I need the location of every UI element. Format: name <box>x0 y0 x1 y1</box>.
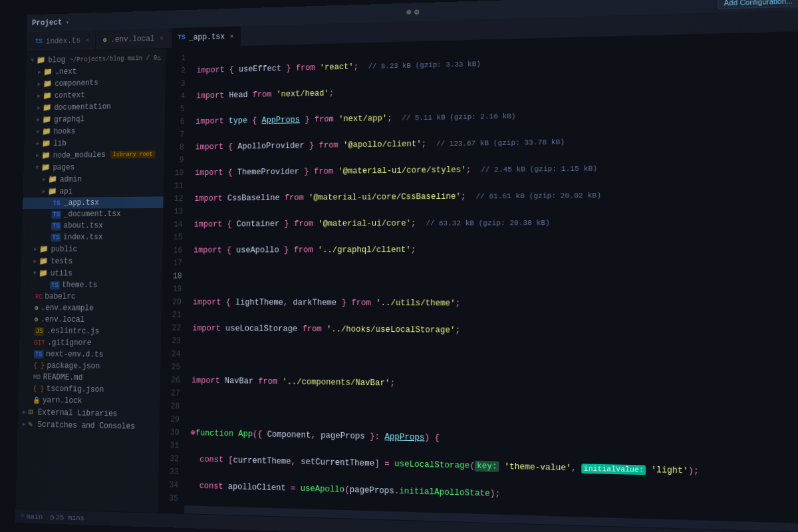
folder-icon: 📁 <box>41 151 51 160</box>
line-number-active: 18 <box>162 270 182 283</box>
sidebar-item-about-tsx[interactable]: TS about.tsx <box>22 219 163 231</box>
sidebar-item-index-tsx[interactable]: TS index.tsx <box>22 231 163 243</box>
sidebar-item-label: theme.ts <box>62 281 97 290</box>
search-icon[interactable]: ⊕ <box>406 7 412 17</box>
tsx-file-icon: TS <box>52 199 62 207</box>
typescript-icon: TS <box>35 38 43 45</box>
folder-icon: 📁 <box>49 175 58 184</box>
editor-area: 1 2 3 4 5 6 7 8 9 10 11 12 13 14 15 16 1… <box>158 32 798 532</box>
tsx-file-icon: TS <box>51 221 61 229</box>
sidebar-item-api[interactable]: ▶ 📁 api <box>23 184 164 198</box>
tsx-icon: TS <box>178 34 185 41</box>
folder-icon: 📁 <box>43 103 52 112</box>
sidebar-item-label: context <box>55 90 85 100</box>
chevron-icon: ▶ <box>23 421 26 428</box>
sidebar-item-tests[interactable]: ▶ 📁 tests <box>21 255 162 267</box>
line-number: 30 <box>159 426 180 439</box>
line-number: 22 <box>161 322 181 335</box>
sidebar-item-label: .gitignore <box>47 338 91 348</box>
sidebar-item-label: hooks <box>54 126 76 136</box>
sidebar-item-label: pages <box>53 163 74 172</box>
folder-icon: 📁 <box>43 79 53 88</box>
rc-file-icon: RC <box>35 293 43 301</box>
chevron-down-icon: ▾ <box>66 19 70 26</box>
line-number: 4 <box>165 90 185 103</box>
code-line-10: import { lightTheme, darkTheme } from '.… <box>193 296 798 312</box>
sidebar-item-label: index.tsx <box>63 233 103 242</box>
js-file-icon: JS <box>35 327 45 336</box>
tsx-file-icon: TS <box>51 210 61 218</box>
json-file-icon: { } <box>33 362 45 369</box>
tab-label: index.ts <box>46 36 80 46</box>
chevron-icon: ▶ <box>37 116 40 123</box>
folder-icon: 📁 <box>37 55 46 65</box>
sidebar-item-document-tsx[interactable]: TS _document.tsx <box>23 208 164 221</box>
branch-info: ~/Projects/blog main / 9△ <box>69 53 161 63</box>
sidebar-item-scratches[interactable]: ▶ ✎ Scratches and Consoles <box>17 418 159 434</box>
sidebar-item-eslintrc[interactable]: JS .eslintrc.js <box>20 325 162 338</box>
sidebar-item-label: lib <box>53 139 66 148</box>
sidebar-item-public[interactable]: ▶ 📁 public <box>22 243 163 255</box>
sidebar-item-label: Scratches and Consoles <box>37 420 135 432</box>
code-line-8: import { useApollo } from '../graphql/cl… <box>194 242 798 257</box>
line-number: 35 <box>158 491 178 505</box>
code-line-9 <box>193 270 798 284</box>
sidebar-item-utils[interactable]: ▶ 📁 utils <box>21 267 162 279</box>
chevron-icon: ▶ <box>38 80 41 87</box>
env-icon: ⚙ <box>103 36 107 43</box>
tab-env-local[interactable]: ⚙ .env.local × <box>97 28 171 49</box>
line-number: 21 <box>161 309 181 322</box>
line-number: 28 <box>160 400 180 413</box>
tab-app-tsx[interactable]: TS _app.tsx × <box>172 26 241 48</box>
sidebar-item-admin[interactable]: ▶ 📁 admin <box>23 172 164 186</box>
settings-icon[interactable]: ⚙ <box>414 7 420 17</box>
code-line-4: import { ApolloProvider } from '@apollo/… <box>196 132 798 154</box>
top-bar-left: Project ▾ <box>32 16 128 27</box>
sidebar-item-label: .next <box>55 67 77 76</box>
line-number: 19 <box>162 283 182 296</box>
sidebar-item-theme-ts[interactable]: TS theme.ts <box>21 279 162 291</box>
tab-close-icon[interactable]: × <box>85 37 89 44</box>
line-number: 10 <box>164 167 184 180</box>
sidebar-item-label: _document.tsx <box>64 209 121 219</box>
chevron-icon: ▶ <box>36 152 39 159</box>
tab-close-icon[interactable]: × <box>160 35 164 43</box>
app-container: Project ▾ ⊕ ⚙ Add Configuration... TS in… <box>15 0 798 532</box>
line-number: 5 <box>165 103 185 116</box>
folder-icon: 📁 <box>39 244 49 253</box>
line-number: 7 <box>164 128 184 142</box>
code-line-3: import type { AppProps } from 'next/app'… <box>196 104 798 128</box>
chevron-icon: ▶ <box>36 140 39 147</box>
sidebar-item-label: api <box>59 187 72 196</box>
line-number: 32 <box>159 452 180 466</box>
sidebar-item-env-example[interactable]: ⚙ .env.example <box>20 302 161 314</box>
line-number: 33 <box>158 466 179 479</box>
code-line-5: import { ThemeProvider } from '@material… <box>195 159 798 179</box>
folder-icon: 📁 <box>39 257 49 266</box>
folder-icon: 📁 <box>48 187 57 196</box>
branch-name: main <box>27 512 43 520</box>
sidebar-item-env-local[interactable]: ⚙ .env.local <box>20 314 161 327</box>
line-number: 24 <box>160 348 180 361</box>
folder-icon: 📁 <box>42 139 51 148</box>
line-number: 23 <box>161 334 181 348</box>
tab-close-icon[interactable]: × <box>230 33 234 41</box>
tab-index-ts[interactable]: TS index.ts × <box>29 31 96 52</box>
sidebar-item-pages[interactable]: ▶ 📁 pages <box>23 160 164 174</box>
file-tree-sidebar: ▶ 📁 blog ~/Projects/blog main / 9△ ▶ 📁 .… <box>16 49 166 513</box>
code-line-15: ⊕function App({ Component, pageProps }: … <box>191 426 798 452</box>
code-line-7: import { Container } from '@material-ui/… <box>194 215 798 231</box>
line-number: 15 <box>162 231 182 244</box>
sidebar-item-babelrc[interactable]: RC babelrc <box>21 291 162 303</box>
git-icon: ⑂ <box>20 512 25 520</box>
line-number: 29 <box>160 413 180 426</box>
sidebar-item-label: about.tsx <box>63 221 103 231</box>
sidebar-item-app-tsx[interactable]: TS _app.tsx <box>23 196 163 209</box>
line-number: 11 <box>164 180 184 193</box>
line-number: 2 <box>166 65 186 78</box>
add-config-button[interactable]: Add Configuration... <box>718 0 798 9</box>
sidebar-item-label: utils <box>51 269 72 277</box>
sidebar-item-gitignore[interactable]: GIT .gitignore <box>19 336 161 349</box>
status-branch[interactable]: ⑂ main <box>20 512 43 521</box>
code-editor[interactable]: import { useEffect } from 'react'; // 8.… <box>184 32 798 532</box>
